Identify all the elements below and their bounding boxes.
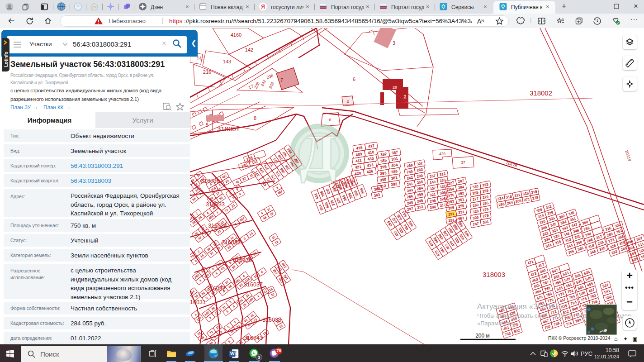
svg-text:8: 8 [212, 267, 215, 271]
svg-text:10: 10 [270, 292, 275, 297]
svg-text:316034: 316034 [208, 223, 227, 229]
svg-text:316035: 316035 [222, 239, 241, 246]
svg-text:22: 22 [242, 176, 246, 181]
svg-text:306: 306 [440, 190, 446, 195]
svg-text:6: 6 [208, 316, 212, 319]
svg-text:392: 392 [391, 181, 398, 187]
svg-text:294: 294 [458, 185, 464, 190]
svg-text:4: 4 [238, 192, 242, 196]
svg-text:409: 409 [355, 152, 363, 157]
svg-text:328: 328 [440, 196, 446, 201]
svg-text:287: 287 [458, 179, 464, 184]
svg-text:2: 2 [346, 99, 349, 104]
svg-text:15: 15 [199, 253, 204, 258]
svg-text:6: 6 [353, 76, 355, 82]
svg-text:5: 5 [227, 340, 231, 343]
svg-text:285: 285 [472, 191, 479, 195]
svg-text:270: 270 [482, 195, 489, 200]
svg-text:312: 312 [439, 171, 446, 176]
svg-text:4: 4 [194, 313, 197, 316]
svg-text:255: 255 [417, 180, 423, 185]
svg-text:333: 333 [439, 178, 446, 183]
svg-text:24: 24 [201, 291, 206, 295]
svg-text:20: 20 [211, 306, 216, 311]
svg-text:296: 296 [430, 198, 436, 203]
svg-text:329: 329 [472, 209, 479, 214]
svg-text:140: 140 [281, 262, 288, 269]
svg-text:278: 278 [532, 195, 539, 200]
svg-text:65: 65 [220, 266, 225, 271]
svg-text:254: 254 [448, 187, 455, 192]
svg-text:24: 24 [225, 179, 229, 183]
svg-text:247: 247 [473, 221, 479, 226]
svg-text:141: 141 [197, 56, 204, 61]
svg-text:243: 243 [268, 81, 275, 90]
svg-text:18: 18 [194, 294, 199, 299]
svg-text:6: 6 [329, 118, 331, 122]
svg-text:4: 4 [232, 305, 235, 308]
svg-text:411: 411 [355, 158, 362, 163]
svg-text:332: 332 [439, 184, 446, 189]
svg-text:6: 6 [194, 259, 197, 262]
svg-text:412: 412 [379, 183, 387, 189]
svg-text:338: 338 [522, 191, 529, 196]
svg-text:4: 4 [199, 279, 202, 282]
svg-text:4: 4 [199, 192, 202, 196]
svg-text:302: 302 [417, 161, 423, 166]
svg-text:383: 383 [374, 192, 380, 198]
svg-text:17: 17 [248, 83, 255, 90]
svg-text:44: 44 [235, 180, 239, 185]
svg-text:327: 327 [448, 181, 455, 186]
svg-text:15: 15 [242, 303, 247, 307]
svg-text:77: 77 [224, 208, 229, 213]
svg-text:77: 77 [209, 330, 214, 334]
svg-text:23: 23 [239, 283, 244, 287]
svg-text:4: 4 [242, 274, 246, 278]
svg-text:24: 24 [403, 95, 407, 99]
svg-text:301: 301 [483, 219, 489, 224]
svg-text:266: 266 [448, 205, 455, 210]
svg-text:316036: 316036 [233, 257, 252, 263]
svg-text:Я: Я [261, 4, 265, 10]
svg-text:20: 20 [393, 85, 397, 90]
svg-text:241: 241 [407, 182, 413, 187]
svg-text:46: 46 [217, 262, 222, 267]
svg-text:417: 417 [368, 143, 375, 149]
svg-text:418: 418 [356, 145, 363, 151]
svg-text:3: 3 [243, 237, 246, 240]
svg-text:283: 283 [417, 167, 423, 172]
svg-text:11: 11 [222, 305, 226, 310]
svg-text:69: 69 [232, 265, 237, 269]
svg-text:250: 250 [458, 204, 464, 209]
svg-text:216: 216 [203, 69, 211, 75]
svg-text:444: 444 [401, 210, 408, 218]
svg-text:324: 324 [497, 196, 504, 201]
svg-text:269: 269 [407, 163, 413, 168]
svg-text:290: 290 [417, 173, 423, 178]
svg-text:1: 1 [216, 210, 219, 214]
svg-text:340: 340 [429, 180, 436, 185]
svg-text:316038: 316038 [262, 317, 281, 323]
svg-text:316032: 316032 [207, 286, 226, 292]
svg-text:295: 295 [482, 201, 489, 206]
svg-text:277: 277 [472, 196, 479, 201]
svg-text:ПКК © Росреестр 2010-2024: ПКК © Росреестр 2010-2024 [548, 335, 611, 341]
svg-text:53: 53 [218, 196, 223, 200]
svg-text:12: 12 [274, 240, 279, 244]
svg-text:319: 319 [531, 190, 538, 195]
svg-text:313: 313 [417, 205, 424, 210]
svg-text:15: 15 [269, 212, 274, 216]
svg-text:W: W [230, 351, 235, 356]
svg-text:141: 141 [283, 274, 289, 281]
svg-text:391: 391 [391, 156, 398, 162]
svg-text:263: 263 [482, 182, 489, 187]
svg-text:253: 253 [448, 199, 455, 204]
svg-text:27: 27 [224, 280, 229, 285]
svg-text:303: 303 [472, 215, 479, 220]
svg-text:17: 17 [216, 191, 220, 196]
svg-text:316037: 316037 [244, 281, 263, 288]
svg-text:390: 390 [379, 177, 387, 182]
svg-text:262: 262 [458, 191, 464, 196]
svg-text:284: 284 [417, 186, 423, 191]
svg-text:34: 34 [192, 197, 197, 201]
